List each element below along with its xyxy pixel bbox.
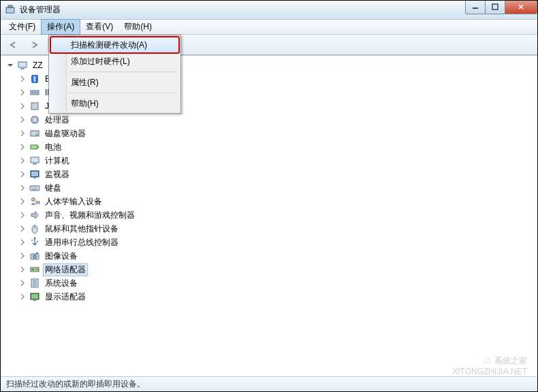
- maximize-button[interactable]: [485, 1, 505, 14]
- menu-file[interactable]: 文件(F): [3, 20, 41, 34]
- expand-icon[interactable]: [17, 291, 28, 302]
- svg-rect-12: [32, 117, 37, 122]
- expand-icon[interactable]: [17, 264, 28, 275]
- watermark-url: XITONGZHIJIA.NET: [452, 367, 527, 376]
- svg-point-14: [36, 134, 38, 136]
- close-button[interactable]: [505, 1, 537, 14]
- dropdown-item-label: 属性(R): [71, 77, 99, 88]
- tree-node[interactable]: 监视器: [2, 167, 536, 181]
- expand-icon[interactable]: [17, 169, 28, 180]
- mouse-icon: [29, 223, 40, 234]
- svg-rect-21: [33, 178, 36, 178]
- svg-rect-1: [8, 5, 12, 7]
- tree-node[interactable]: 电池: [2, 140, 536, 154]
- svg-rect-24: [36, 201, 39, 203]
- window-controls: [466, 1, 537, 14]
- svg-rect-34: [33, 280, 37, 282]
- collapse-icon[interactable]: [5, 60, 16, 71]
- tree-node-label: 计算机: [43, 154, 72, 167]
- svg-rect-6: [31, 75, 38, 83]
- monitor-icon: [29, 169, 40, 180]
- tree-node[interactable]: 键盘: [2, 181, 536, 195]
- tree-node[interactable]: 网络适配器: [2, 263, 536, 276]
- tree-node[interactable]: 系统设备: [2, 276, 536, 290]
- app-icon: [5, 5, 16, 16]
- expand-icon[interactable]: [17, 101, 28, 112]
- action-dropdown: 扫描检测硬件改动(A) 添加过时硬件(L) 属性(R) 帮助(H): [48, 35, 181, 114]
- svg-rect-35: [33, 282, 37, 284]
- keyboard-icon: [29, 182, 40, 193]
- svg-point-27: [34, 238, 36, 240]
- system-icon: [29, 278, 40, 289]
- tree-node[interactable]: 通用串行总线控制器: [2, 235, 536, 249]
- expand-icon[interactable]: [17, 278, 28, 289]
- minimize-button[interactable]: [465, 1, 486, 14]
- expand-icon[interactable]: [17, 210, 28, 220]
- svg-rect-2: [473, 7, 478, 9]
- svg-rect-11: [31, 103, 38, 110]
- tree-node-label: 监视器: [43, 168, 72, 181]
- svg-point-23: [32, 198, 35, 201]
- tree-node-label: 电池: [43, 141, 63, 154]
- dropdown-help[interactable]: 帮助(H): [50, 95, 179, 112]
- tree-root-label: ZZ: [31, 60, 45, 71]
- window-title: 设备管理器: [20, 4, 466, 16]
- tree-node[interactable]: 图像设备: [2, 249, 536, 263]
- forward-button[interactable]: [25, 37, 44, 53]
- expand-icon[interactable]: [17, 155, 28, 166]
- menu-view[interactable]: 查看(V): [80, 20, 118, 34]
- tree-node-label: 网络适配器: [43, 263, 88, 276]
- svg-rect-3: [492, 4, 498, 10]
- svg-rect-36: [33, 284, 37, 286]
- dropdown-item-label: 添加过时硬件(L): [71, 56, 130, 67]
- battery-icon: [29, 142, 40, 152]
- tree-node[interactable]: 磁盘驱动器: [2, 127, 536, 140]
- dropdown-add-legacy[interactable]: 添加过时硬件(L): [50, 53, 179, 69]
- camera-icon: [29, 250, 40, 261]
- menu-help[interactable]: 帮助(H): [118, 20, 157, 34]
- computer-icon: [17, 60, 28, 71]
- tree-node-label: 处理器: [43, 114, 72, 127]
- cpu-icon: [29, 114, 40, 125]
- menu-action[interactable]: 操作(A): [41, 19, 80, 35]
- svg-rect-16: [37, 146, 39, 148]
- svg-point-9: [34, 92, 35, 93]
- tree-node[interactable]: 处理器: [2, 113, 536, 127]
- expand-icon[interactable]: [17, 182, 28, 193]
- status-text: 扫描经过改动的或新的即插即用设备。: [6, 378, 145, 390]
- tree-node[interactable]: 声音、视频和游戏控制器: [2, 208, 536, 222]
- tree-node-label: 图像设备: [43, 250, 80, 263]
- ide-icon: [29, 87, 40, 98]
- svg-point-29: [33, 255, 37, 259]
- svg-rect-0: [6, 7, 14, 13]
- expand-icon[interactable]: [17, 237, 28, 248]
- watermark: ⌂ 系统之家 XITONGZHIJIA.NET: [452, 353, 527, 376]
- expand-icon[interactable]: [17, 250, 28, 261]
- tree-node-label: 鼠标和其他指针设备: [43, 223, 121, 235]
- tree-node-label: 系统设备: [43, 277, 80, 290]
- svg-point-8: [32, 92, 33, 93]
- dropdown-separator: [69, 93, 178, 93]
- expand-icon[interactable]: [17, 128, 28, 139]
- dropdown-item-label: 扫描检测硬件改动(A): [71, 39, 147, 51]
- expand-icon[interactable]: [17, 87, 28, 98]
- tree-node[interactable]: 计算机: [2, 154, 536, 167]
- jungo-icon: [29, 101, 40, 112]
- tree-node-label: 通用串行总线控制器: [43, 236, 121, 249]
- back-button[interactable]: [5, 37, 24, 53]
- dropdown-properties[interactable]: 属性(R): [50, 74, 179, 91]
- expand-icon[interactable]: [17, 74, 28, 84]
- expand-icon[interactable]: [17, 196, 28, 207]
- tree-node[interactable]: 人体学输入设备: [2, 195, 536, 208]
- tree-node[interactable]: 显示适配器: [2, 290, 536, 304]
- dropdown-scan-hardware[interactable]: 扫描检测硬件改动(A): [50, 37, 179, 53]
- expand-icon[interactable]: [17, 114, 28, 125]
- dropdown-separator: [69, 71, 178, 72]
- expand-icon[interactable]: [17, 223, 28, 234]
- svg-rect-32: [32, 269, 34, 270]
- expand-icon[interactable]: [17, 142, 28, 152]
- tree-node-label: 显示适配器: [43, 291, 88, 304]
- bluetooth-icon: [29, 74, 40, 84]
- svg-rect-4: [18, 62, 27, 67]
- tree-node[interactable]: 鼠标和其他指针设备: [2, 222, 536, 235]
